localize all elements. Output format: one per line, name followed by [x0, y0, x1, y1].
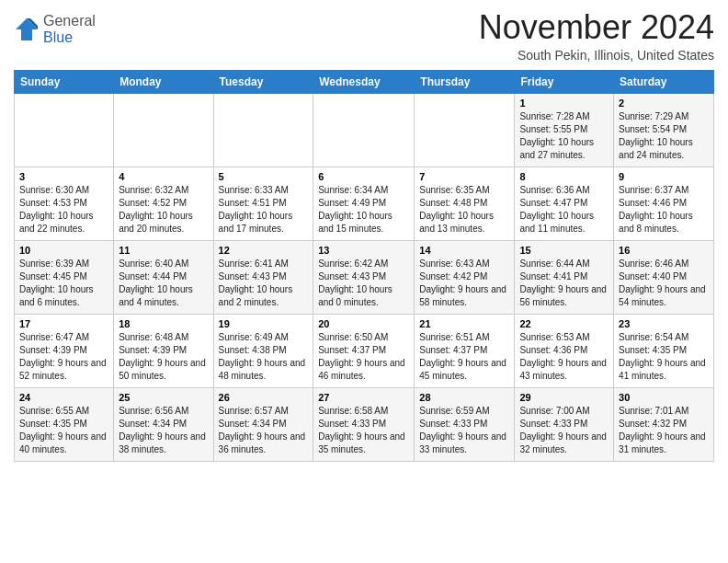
day-number: 7 — [419, 171, 509, 182]
day-info: Sunrise: 6:48 AMSunset: 4:39 PMDaylight:… — [119, 331, 208, 383]
calendar-cell: 4Sunrise: 6:32 AMSunset: 4:52 PMDaylight… — [114, 167, 213, 240]
calendar-cell — [15, 93, 114, 167]
day-info: Sunrise: 7:00 AMSunset: 4:33 PMDaylight:… — [519, 405, 609, 456]
day-info: Sunrise: 6:53 AMSunset: 4:36 PMDaylight:… — [519, 331, 609, 383]
calendar-cell: 17Sunrise: 6:47 AMSunset: 4:39 PMDayligh… — [15, 314, 114, 387]
calendar-cell: 30Sunrise: 7:01 AMSunset: 4:32 PMDayligh… — [614, 387, 714, 461]
header: General Blue November 2024 South Pekin, … — [14, 9, 714, 63]
calendar-cell: 14Sunrise: 6:43 AMSunset: 4:42 PMDayligh… — [415, 240, 515, 314]
calendar-cell: 23Sunrise: 6:54 AMSunset: 4:35 PMDayligh… — [614, 314, 714, 387]
day-number: 27 — [318, 392, 409, 403]
day-number: 8 — [519, 171, 609, 182]
day-number: 15 — [519, 245, 609, 256]
day-info: Sunrise: 6:58 AMSunset: 4:33 PMDaylight:… — [318, 405, 409, 456]
day-number: 13 — [318, 245, 409, 256]
weekday-header-wednesday: Wednesday — [313, 70, 415, 93]
calendar-cell: 19Sunrise: 6:49 AMSunset: 4:38 PMDayligh… — [213, 314, 313, 387]
day-info: Sunrise: 6:41 AMSunset: 4:43 PMDaylight:… — [219, 258, 309, 309]
calendar-cell: 22Sunrise: 6:53 AMSunset: 4:36 PMDayligh… — [515, 314, 614, 387]
day-info: Sunrise: 6:49 AMSunset: 4:38 PMDaylight:… — [219, 331, 309, 383]
day-info: Sunrise: 7:01 AMSunset: 4:32 PMDaylight:… — [619, 405, 709, 456]
day-number: 5 — [219, 171, 309, 182]
calendar-cell: 16Sunrise: 6:46 AMSunset: 4:40 PMDayligh… — [614, 240, 714, 314]
calendar-cell: 6Sunrise: 6:34 AMSunset: 4:49 PMDaylight… — [313, 167, 415, 240]
day-number: 12 — [219, 245, 309, 256]
day-info: Sunrise: 6:57 AMSunset: 4:34 PMDaylight:… — [219, 405, 309, 456]
day-number: 10 — [19, 245, 108, 256]
day-info: Sunrise: 6:35 AMSunset: 4:48 PMDaylight:… — [419, 184, 509, 236]
day-info: Sunrise: 6:36 AMSunset: 4:47 PMDaylight:… — [519, 184, 609, 236]
weekday-header-saturday: Saturday — [614, 70, 714, 93]
calendar-cell: 10Sunrise: 6:39 AMSunset: 4:45 PMDayligh… — [15, 240, 114, 314]
day-info: Sunrise: 6:39 AMSunset: 4:45 PMDaylight:… — [19, 258, 108, 309]
calendar-cell: 26Sunrise: 6:57 AMSunset: 4:34 PMDayligh… — [213, 387, 313, 461]
calendar-week-2: 3Sunrise: 6:30 AMSunset: 4:53 PMDaylight… — [15, 167, 714, 240]
day-number: 6 — [318, 171, 409, 182]
day-number: 3 — [19, 171, 108, 182]
calendar-header-row: SundayMondayTuesdayWednesdayThursdayFrid… — [15, 70, 714, 93]
day-info: Sunrise: 6:46 AMSunset: 4:40 PMDaylight:… — [619, 258, 709, 309]
calendar-cell: 29Sunrise: 7:00 AMSunset: 4:33 PMDayligh… — [515, 387, 614, 461]
calendar-cell: 24Sunrise: 6:55 AMSunset: 4:35 PMDayligh… — [15, 387, 114, 461]
calendar-cell: 27Sunrise: 6:58 AMSunset: 4:33 PMDayligh… — [313, 387, 415, 461]
calendar-cell: 21Sunrise: 6:51 AMSunset: 4:37 PMDayligh… — [415, 314, 515, 387]
calendar-week-1: 1Sunrise: 7:28 AMSunset: 5:55 PMDaylight… — [15, 93, 714, 167]
svg-marker-0 — [16, 18, 38, 40]
day-info: Sunrise: 6:54 AMSunset: 4:35 PMDaylight:… — [619, 331, 709, 383]
calendar-cell — [313, 93, 415, 167]
day-info: Sunrise: 6:40 AMSunset: 4:44 PMDaylight:… — [119, 258, 208, 309]
calendar-cell: 18Sunrise: 6:48 AMSunset: 4:39 PMDayligh… — [114, 314, 213, 387]
calendar-cell: 1Sunrise: 7:28 AMSunset: 5:55 PMDaylight… — [515, 93, 614, 167]
day-number: 17 — [19, 318, 108, 329]
day-number: 22 — [519, 318, 609, 329]
day-number: 30 — [619, 392, 709, 403]
logo-blue-text: Blue — [43, 29, 73, 45]
calendar-week-3: 10Sunrise: 6:39 AMSunset: 4:45 PMDayligh… — [15, 240, 714, 314]
day-info: Sunrise: 6:51 AMSunset: 4:37 PMDaylight:… — [419, 331, 509, 383]
day-info: Sunrise: 6:42 AMSunset: 4:43 PMDaylight:… — [318, 258, 409, 309]
calendar-cell: 13Sunrise: 6:42 AMSunset: 4:43 PMDayligh… — [313, 240, 415, 314]
day-number: 16 — [619, 245, 709, 256]
day-info: Sunrise: 6:44 AMSunset: 4:41 PMDaylight:… — [519, 258, 609, 309]
weekday-header-monday: Monday — [114, 70, 213, 93]
day-info: Sunrise: 6:30 AMSunset: 4:53 PMDaylight:… — [19, 184, 108, 236]
day-info: Sunrise: 6:50 AMSunset: 4:37 PMDaylight:… — [318, 331, 409, 383]
calendar-cell — [415, 93, 515, 167]
day-info: Sunrise: 6:43 AMSunset: 4:42 PMDaylight:… — [419, 258, 509, 309]
calendar-cell: 8Sunrise: 6:36 AMSunset: 4:47 PMDaylight… — [515, 167, 614, 240]
day-info: Sunrise: 6:47 AMSunset: 4:39 PMDaylight:… — [19, 331, 108, 383]
page: General Blue November 2024 South Pekin, … — [0, 0, 728, 563]
calendar-cell: 11Sunrise: 6:40 AMSunset: 4:44 PMDayligh… — [114, 240, 213, 314]
calendar-cell: 12Sunrise: 6:41 AMSunset: 4:43 PMDayligh… — [213, 240, 313, 314]
day-number: 23 — [619, 318, 709, 329]
calendar-cell: 3Sunrise: 6:30 AMSunset: 4:53 PMDaylight… — [15, 167, 114, 240]
calendar-table: SundayMondayTuesdayWednesdayThursdayFrid… — [14, 70, 714, 462]
calendar-cell: 7Sunrise: 6:35 AMSunset: 4:48 PMDaylight… — [415, 167, 515, 240]
weekday-header-thursday: Thursday — [415, 70, 515, 93]
calendar-week-5: 24Sunrise: 6:55 AMSunset: 4:35 PMDayligh… — [15, 387, 714, 461]
calendar-cell: 28Sunrise: 6:59 AMSunset: 4:33 PMDayligh… — [415, 387, 515, 461]
month-title: November 2024 — [479, 9, 714, 46]
calendar-cell: 25Sunrise: 6:56 AMSunset: 4:34 PMDayligh… — [114, 387, 213, 461]
day-number: 24 — [19, 392, 108, 403]
day-info: Sunrise: 6:55 AMSunset: 4:35 PMDaylight:… — [19, 405, 108, 456]
day-info: Sunrise: 6:34 AMSunset: 4:49 PMDaylight:… — [318, 184, 409, 236]
logo-general-text: General — [43, 13, 96, 29]
day-number: 14 — [419, 245, 509, 256]
calendar-cell: 5Sunrise: 6:33 AMSunset: 4:51 PMDaylight… — [213, 167, 313, 240]
day-info: Sunrise: 6:56 AMSunset: 4:34 PMDaylight:… — [119, 405, 208, 456]
day-number: 18 — [119, 318, 208, 329]
day-number: 26 — [219, 392, 309, 403]
calendar-cell — [114, 93, 213, 167]
day-number: 2 — [619, 98, 709, 109]
calendar-cell: 15Sunrise: 6:44 AMSunset: 4:41 PMDayligh… — [515, 240, 614, 314]
weekday-header-tuesday: Tuesday — [213, 70, 313, 93]
logo-icon — [14, 17, 40, 42]
day-number: 19 — [219, 318, 309, 329]
location: South Pekin, Illinois, United States — [479, 48, 714, 63]
calendar-cell — [213, 93, 313, 167]
day-number: 20 — [318, 318, 409, 329]
day-info: Sunrise: 6:59 AMSunset: 4:33 PMDaylight:… — [419, 405, 509, 456]
calendar-cell: 20Sunrise: 6:50 AMSunset: 4:37 PMDayligh… — [313, 314, 415, 387]
day-number: 1 — [519, 98, 609, 109]
